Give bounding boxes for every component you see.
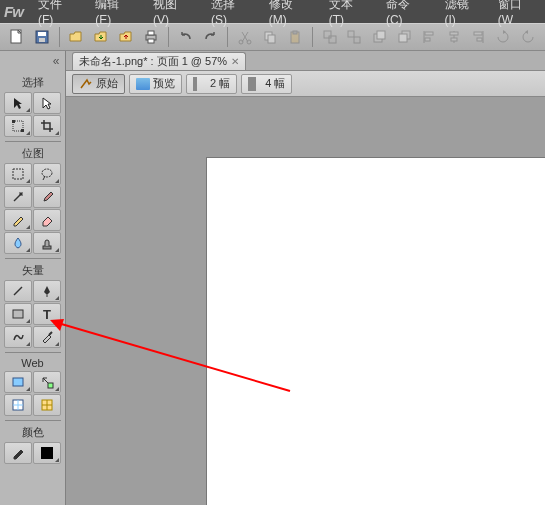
front-button[interactable] [368, 26, 390, 48]
rotate-cw-button[interactable] [492, 26, 514, 48]
svg-rect-22 [425, 32, 433, 35]
menu-text[interactable]: 文本(T) [321, 0, 376, 29]
svg-rect-16 [354, 37, 360, 43]
section-bitmap-label: 位图 [2, 146, 63, 161]
canvas[interactable] [206, 157, 545, 505]
document-tabs: 未命名-1.png* : 页面 1 @ 57% ✕ [66, 51, 545, 71]
slice-tool[interactable] [33, 371, 61, 393]
view-2up-button[interactable]: 2 幅 [186, 74, 237, 94]
panel-collapse-icon[interactable]: « [49, 55, 63, 69]
svg-rect-41 [13, 378, 23, 386]
menu-view[interactable]: 视图(V) [145, 0, 201, 29]
crop-tool[interactable] [33, 115, 61, 137]
save-button[interactable] [31, 26, 53, 48]
menu-select[interactable]: 选择(S) [203, 0, 259, 29]
svg-rect-23 [425, 38, 430, 41]
svg-rect-12 [293, 31, 297, 34]
view-original-button[interactable]: 原始 [72, 74, 125, 94]
show-slices-button[interactable] [33, 394, 61, 416]
stroke-color[interactable] [4, 442, 32, 464]
menu-commands[interactable]: 命令(C) [378, 0, 435, 29]
view-4up-button[interactable]: 4 幅 [241, 74, 292, 94]
stroke-swatch[interactable] [33, 442, 61, 464]
align-left-button[interactable] [418, 26, 440, 48]
knife-tool[interactable] [33, 326, 61, 348]
menu-file[interactable]: 文件(F) [30, 0, 85, 29]
hotspot-tool[interactable] [4, 371, 32, 393]
svg-rect-18 [377, 31, 385, 39]
section-vector-label: 矢量 [2, 263, 63, 278]
svg-rect-14 [329, 36, 336, 43]
align-center-button[interactable] [443, 26, 465, 48]
svg-rect-29 [477, 38, 482, 41]
scale-tool[interactable] [4, 115, 32, 137]
svg-rect-35 [43, 246, 51, 249]
import-button[interactable] [90, 26, 112, 48]
menu-window[interactable]: 窗口(W [490, 0, 545, 29]
marquee-tool[interactable] [4, 163, 32, 185]
section-colors-label: 颜色 [2, 425, 63, 440]
hide-slices-button[interactable] [4, 394, 32, 416]
blur-tool[interactable] [4, 232, 32, 254]
svg-rect-3 [39, 38, 45, 42]
menu-modify[interactable]: 修改(M) [261, 0, 319, 29]
svg-rect-6 [148, 39, 154, 43]
ungroup-button[interactable] [344, 26, 366, 48]
rectangle-tool[interactable] [4, 303, 32, 325]
view-mode-bar: 原始 预览 2 幅 4 幅 [66, 71, 545, 97]
svg-rect-33 [13, 169, 23, 179]
svg-rect-15 [348, 31, 354, 37]
pen-tool[interactable] [33, 280, 61, 302]
svg-line-40 [49, 332, 52, 335]
view-preview-button[interactable]: 预览 [129, 74, 182, 94]
tools-panel: « 选择 位图 矢量 T W [0, 51, 66, 505]
stamp-tool[interactable] [33, 232, 61, 254]
svg-rect-26 [451, 38, 457, 41]
svg-point-34 [42, 169, 52, 177]
new-file-button[interactable] [6, 26, 28, 48]
svg-rect-42 [48, 383, 53, 388]
line-tool[interactable] [4, 280, 32, 302]
lasso-tool[interactable] [33, 163, 61, 185]
cut-button[interactable] [234, 26, 256, 48]
pencil-tool[interactable] [4, 209, 32, 231]
svg-rect-38 [13, 310, 23, 318]
text-tool[interactable]: T [33, 303, 61, 325]
section-web-label: Web [2, 357, 63, 369]
main-toolbar [0, 23, 545, 51]
menu-edit[interactable]: 编辑(E) [87, 0, 143, 29]
paste-button[interactable] [284, 26, 306, 48]
svg-rect-10 [268, 35, 275, 43]
subselect-tool[interactable] [33, 92, 61, 114]
rotate-ccw-button[interactable] [517, 26, 539, 48]
app-logo: Fw [4, 3, 28, 20]
print-button[interactable] [140, 26, 162, 48]
redo-button[interactable] [200, 26, 222, 48]
brush-tool[interactable] [33, 186, 61, 208]
document-tab[interactable]: 未命名-1.png* : 页面 1 @ 57% ✕ [72, 52, 246, 70]
svg-rect-5 [148, 31, 154, 35]
group-button[interactable] [319, 26, 341, 48]
export-button[interactable] [115, 26, 137, 48]
svg-rect-31 [12, 120, 15, 123]
copy-button[interactable] [259, 26, 281, 48]
back-button[interactable] [393, 26, 415, 48]
wand-tool[interactable] [4, 186, 32, 208]
close-tab-icon[interactable]: ✕ [231, 56, 239, 67]
document-tab-label: 未命名-1.png* : 页面 1 @ 57% [79, 54, 227, 69]
menu-filters[interactable]: 滤镜(I) [437, 0, 488, 29]
open-button[interactable] [66, 26, 88, 48]
align-right-button[interactable] [467, 26, 489, 48]
svg-line-36 [14, 287, 22, 295]
svg-rect-20 [399, 34, 407, 42]
svg-rect-49 [41, 447, 53, 459]
svg-rect-2 [38, 32, 46, 36]
pointer-tool[interactable] [4, 92, 32, 114]
svg-rect-13 [324, 31, 331, 38]
canvas-viewport[interactable] [66, 97, 545, 505]
svg-rect-32 [21, 129, 24, 132]
menu-bar: Fw 文件(F) 编辑(E) 视图(V) 选择(S) 修改(M) 文本(T) 命… [0, 0, 545, 23]
freeform-tool[interactable] [4, 326, 32, 348]
undo-button[interactable] [175, 26, 197, 48]
eraser-tool[interactable] [33, 209, 61, 231]
